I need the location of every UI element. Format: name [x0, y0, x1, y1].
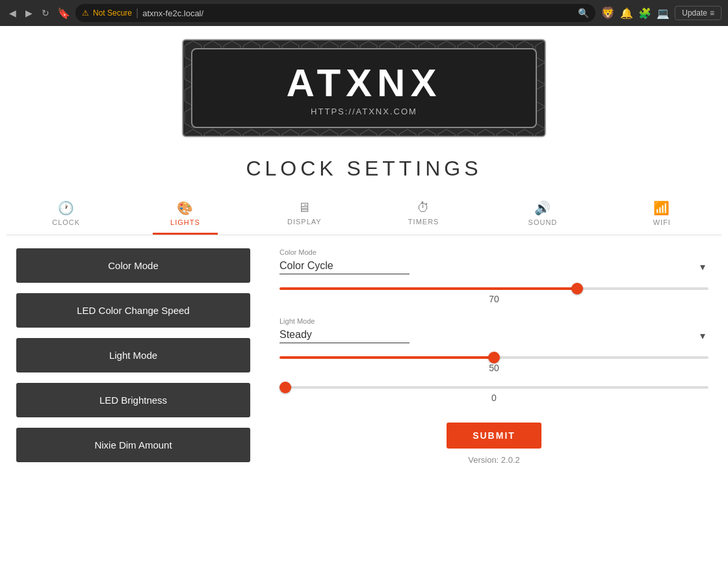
- browser-chrome: ◀ ▶ ↻ 🔖 ⚠ Not Secure | atxnx-fe2c.local/…: [0, 0, 728, 26]
- extensions-icon: 🧩: [638, 7, 651, 20]
- tab-sound[interactable]: 🔊 SOUND: [510, 194, 575, 235]
- tab-timers-label: TIMERS: [408, 218, 439, 226]
- back-button[interactable]: ◀: [6, 5, 19, 21]
- nixie-dim-section: 0: [280, 386, 708, 403]
- address-bar[interactable]: ⚠ Not Secure | atxnx-fe2c.local/ 🔍: [75, 4, 595, 22]
- page-content: ATXNX HTTPS://ATXNX.COM CLOCK SETTINGS 🕐…: [0, 26, 728, 587]
- search-icon: 🔍: [578, 8, 589, 18]
- bookmark-icon: 🔖: [57, 7, 70, 20]
- tab-display-label: DISPLAY: [287, 218, 322, 226]
- clock-icon: 🕐: [58, 200, 75, 216]
- logo-inner-box: ATXNX HTTPS://ATXNX.COM: [191, 48, 537, 128]
- color-mode-section: Color Mode Color Cycle Static Rainbow ▾: [280, 248, 708, 274]
- reload-button[interactable]: ↻: [39, 5, 52, 21]
- tab-lights[interactable]: 🎨 LIGHTS: [153, 194, 218, 235]
- color-mode-select[interactable]: Color Cycle Static Rainbow: [280, 259, 410, 274]
- nixie-dim-value: 0: [280, 393, 708, 403]
- update-label: Update: [682, 8, 707, 18]
- led-speed-value: 70: [280, 294, 708, 304]
- nixie-dim-slider[interactable]: [280, 386, 708, 389]
- led-brightness-slider[interactable]: [280, 356, 708, 359]
- light-mode-arrow-icon: ▾: [700, 330, 705, 342]
- tab-wifi[interactable]: 📶 WIFI: [629, 194, 694, 235]
- color-mode-arrow-icon: ▾: [700, 261, 705, 273]
- tab-timers[interactable]: ⏱ TIMERS: [391, 194, 456, 235]
- lights-icon: 🎨: [177, 200, 194, 216]
- tab-display[interactable]: 🖥 DISPLAY: [272, 194, 337, 235]
- url-text: atxnx-fe2c.local/: [142, 8, 574, 18]
- logo-title: ATXNX: [212, 64, 516, 103]
- not-secure-label: Not Secure: [93, 8, 132, 18]
- tab-clock[interactable]: 🕐 CLOCK: [34, 194, 99, 235]
- tab-sound-label: SOUND: [528, 218, 558, 226]
- nixie-dim-amount-button[interactable]: Nixie Dim Amount: [16, 428, 250, 462]
- led-brightness-value: 50: [280, 363, 708, 373]
- forward-button[interactable]: ▶: [23, 5, 35, 21]
- light-mode-label: Light Mode: [280, 317, 708, 325]
- content-area: Color Mode Color Cycle Static Rainbow ▾ …: [260, 235, 722, 495]
- wifi-icon: 📶: [653, 200, 670, 216]
- tab-lights-label: LIGHTS: [170, 218, 200, 226]
- main-layout: Color Mode LED Color Change Speed Light …: [6, 235, 722, 495]
- led-brightness-button[interactable]: LED Brightness: [16, 383, 250, 417]
- led-speed-section: 70: [280, 287, 708, 304]
- sidebar: Color Mode LED Color Change Speed Light …: [6, 235, 260, 495]
- profile-icon: 💻: [656, 7, 670, 20]
- browser-actions: 🦁 🔔 🧩 💻 Update ≡: [601, 6, 722, 20]
- color-mode-label: Color Mode: [280, 248, 708, 256]
- tabs-container: 🕐 CLOCK 🎨 LIGHTS 🖥 DISPLAY ⏱ TIMERS 🔊 SO…: [6, 194, 722, 235]
- led-color-change-speed-button[interactable]: LED Color Change Speed: [16, 293, 250, 328]
- version-text: Version: 2.0.2: [468, 455, 520, 465]
- color-mode-button[interactable]: Color Mode: [16, 248, 250, 283]
- page-title: CLOCK SETTINGS: [246, 157, 482, 181]
- color-mode-dropdown-wrapper: Color Cycle Static Rainbow ▾: [280, 259, 708, 274]
- timers-icon: ⏱: [417, 200, 430, 215]
- notification-icon: 🔔: [620, 7, 633, 20]
- tab-clock-label: CLOCK: [52, 218, 80, 226]
- led-brightness-section: 50: [280, 356, 708, 373]
- sound-icon: 🔊: [534, 200, 551, 216]
- submit-button[interactable]: SUBMIT: [447, 423, 541, 449]
- light-mode-section: Light Mode Steady Pulse Strobe ▾: [280, 317, 708, 343]
- display-icon: 🖥: [298, 200, 311, 215]
- led-speed-slider[interactable]: [280, 287, 708, 290]
- brave-icon: 🦁: [601, 6, 615, 20]
- light-mode-select[interactable]: Steady Pulse Strobe: [280, 328, 410, 343]
- light-mode-button[interactable]: Light Mode: [16, 338, 250, 372]
- update-button[interactable]: Update ≡: [675, 6, 722, 20]
- menu-icon: ≡: [710, 8, 714, 18]
- submit-section: SUBMIT Version: 2.0.2: [280, 423, 708, 465]
- tab-wifi-label: WIFI: [653, 218, 671, 226]
- logo-url: HTTPS://ATXNX.COM: [212, 107, 516, 116]
- separator: |: [136, 7, 138, 19]
- security-warning-icon: ⚠: [82, 8, 89, 18]
- nav-buttons: ◀ ▶ ↻: [6, 5, 52, 21]
- logo-outer-box: ATXNX HTTPS://ATXNX.COM: [182, 39, 546, 137]
- light-mode-dropdown-wrapper: Steady Pulse Strobe ▾: [280, 328, 708, 343]
- logo-container: ATXNX HTTPS://ATXNX.COM: [182, 39, 546, 137]
